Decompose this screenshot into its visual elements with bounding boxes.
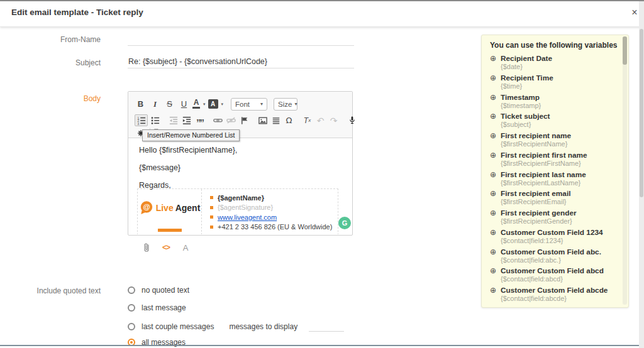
insert-variable-icon[interactable]: ⊕ — [490, 131, 501, 150]
anchor-flag-icon[interactable] — [238, 115, 250, 126]
italic-button[interactable]: I — [149, 99, 161, 109]
background-color-caret-icon[interactable]: ▾ — [221, 102, 224, 107]
bullet-square-icon — [210, 226, 213, 229]
signature-logo-cell: @ LiveAgent — [138, 189, 202, 234]
insert-variable-icon[interactable]: ⊕ — [490, 54, 501, 73]
indent-icon[interactable] — [180, 115, 192, 126]
variable-item-ticket-subject[interactable]: ⊕ Ticket subject{$subject} — [490, 112, 617, 131]
insert-variable-icon[interactable]: ⊕ — [490, 112, 501, 131]
insert-variable-icon[interactable]: ⊕ — [490, 189, 501, 208]
radio-icon[interactable] — [128, 323, 135, 330]
logo-text-live: Live — [156, 203, 174, 213]
signature-line: +421 2 33 456 826 (EU & Worldwide) — [210, 222, 338, 232]
font-dropdown[interactable]: Font ▾ — [231, 98, 267, 111]
liveagent-bubble-icon: @ — [139, 200, 154, 215]
variable-item-first-recipient-email[interactable]: ⊕ First recipient email{$firstRecipientE… — [490, 189, 617, 208]
variable-item-timestamp[interactable]: ⊕ Timestamp{$timestamp} — [490, 93, 617, 112]
signature-line: {$agentSignature} — [210, 203, 338, 213]
from-name-input[interactable] — [128, 33, 354, 46]
body-line-message: {$message} — [139, 163, 180, 172]
page-scrollbar-thumb[interactable] — [640, 29, 643, 197]
variable-item-recipient-date[interactable]: ⊕ Recipient Date{$date} — [490, 54, 617, 73]
variables-scrollbar-thumb[interactable] — [623, 36, 627, 65]
svg-text:3: 3 — [137, 122, 139, 124]
insert-variable-icon[interactable]: ⊕ — [490, 93, 501, 112]
text-format-icon[interactable]: A — [180, 242, 191, 253]
insert-variable-icon[interactable]: ⊕ — [490, 266, 501, 285]
size-dropdown[interactable]: Size ▾ — [274, 98, 297, 111]
variables-scrollbar[interactable] — [623, 36, 627, 305]
variable-item-first-recipient-first-name[interactable]: ⊕ First recipient first name{$firstRecip… — [490, 151, 617, 170]
strikethrough-button[interactable]: S — [164, 99, 175, 109]
radio-option-last-couple-messages[interactable]: last couple messages messages to display — [128, 321, 344, 332]
radio-icon[interactable] — [128, 286, 135, 294]
undo-icon[interactable]: ↶ — [314, 115, 326, 126]
insert-variable-icon[interactable]: ⊕ — [490, 286, 501, 305]
variable-item-first-recipient-name[interactable]: ⊕ First recipient name{$firstRecipientNa… — [490, 131, 617, 150]
image-icon[interactable] — [257, 115, 269, 126]
text-color-bar — [192, 107, 200, 109]
text-color-button[interactable]: A — [192, 99, 200, 109]
insert-variable-icon[interactable]: ⊕ — [490, 228, 501, 247]
grammarly-icon[interactable]: G — [338, 217, 351, 229]
variable-item-custom-field-abcd[interactable]: ⊕ Customer Custom Field abcd{$contact|fi… — [490, 266, 617, 285]
underline-button[interactable]: U — [178, 99, 190, 109]
insert-variable-icon[interactable]: ⊕ — [490, 170, 501, 189]
editor-content[interactable]: Hello {$firstRecipientName}, {$message} … — [128, 138, 352, 234]
svg-text:@: @ — [143, 203, 150, 210]
editor-footer-actions: <> A — [141, 242, 191, 253]
logo-text-agent: Agent — [175, 203, 201, 213]
signature-details-cell: {$agentName} {$agentSignature} www.livea… — [202, 189, 338, 234]
variables-panel: You can use the following variables ⊕ Re… — [481, 35, 629, 308]
remove-format-icon[interactable]: Tx — [301, 115, 313, 126]
background-color-button[interactable]: A — [208, 99, 218, 109]
signature-table: @ LiveAgent {$agentName} {$agentSignatur… — [137, 188, 338, 234]
include-quoted-text-label: Include quoted text — [0, 286, 101, 295]
variable-item-first-recipient-last-name[interactable]: ⊕ First recipient last name{$firstRecipi… — [490, 170, 617, 189]
variable-item-recipient-time[interactable]: ⊕ Recipient Time{$time} — [490, 73, 617, 92]
subject-input[interactable] — [128, 55, 354, 68]
bullet-square-icon — [210, 196, 213, 199]
attachment-icon[interactable] — [141, 242, 152, 253]
insert-variable-icon[interactable]: ⊕ — [490, 73, 501, 92]
blockquote-icon[interactable]: ”” — [194, 113, 206, 128]
toolbar-tooltip: Insert/Remove Numbered List — [142, 129, 240, 141]
from-name-label: From-Name — [0, 35, 101, 44]
insert-variable-icon[interactable]: ⊕ — [490, 209, 501, 227]
code-view-icon[interactable]: <> — [160, 242, 172, 253]
radio-option-no-quoted-text[interactable]: no quoted text — [128, 286, 189, 295]
dialog-title: Edit email template - Ticket reply — [11, 8, 143, 17]
body-label: Body — [0, 94, 101, 103]
messages-to-display-input[interactable] — [309, 321, 344, 332]
unlink-icon[interactable] — [225, 115, 237, 126]
liveagent-logo: @ LiveAgent — [139, 200, 201, 215]
liveagent-link[interactable]: www.liveagent.com — [218, 214, 277, 221]
size-caret-icon: ▾ — [294, 101, 297, 107]
bullet-square-icon — [210, 206, 213, 209]
text-color-caret-icon[interactable]: ▾ — [203, 102, 206, 107]
variable-item-custom-field-abc[interactable]: ⊕ Customer Custom Field abc.{$contact|fi… — [490, 247, 617, 266]
dialog-header: Edit email template - Ticket reply × — [0, 1, 644, 27]
microphone-icon[interactable] — [346, 115, 358, 126]
link-icon[interactable] — [212, 115, 224, 126]
logo-underline-bar — [158, 229, 182, 232]
bold-button[interactable]: B — [135, 99, 147, 109]
body-line-greeting: Hello {$firstRecipientName}, — [139, 146, 237, 155]
horizontal-lines-icon[interactable] — [270, 115, 282, 126]
redo-icon[interactable]: ↷ — [328, 115, 340, 126]
font-caret-icon: ▾ — [260, 101, 263, 107]
subject-label: Subject — [0, 58, 101, 67]
radio-icon[interactable] — [128, 304, 135, 312]
variable-item-first-recipient-gender[interactable]: ⊕ First recipient gender{$firstRecipient… — [490, 209, 617, 227]
insert-variable-icon[interactable]: ⊕ — [490, 247, 501, 266]
signature-line: +1 888 257 8754 (USA & Canada) — [210, 232, 338, 234]
numbered-list-icon[interactable]: 123 — [135, 114, 148, 126]
variable-item-custom-field-1234[interactable]: ⊕ Customer Custom Field 1234{$contact|fi… — [490, 228, 617, 247]
outdent-icon[interactable] — [167, 115, 179, 126]
special-char-icon[interactable]: Ω — [283, 115, 295, 126]
bulleted-list-icon[interactable] — [149, 115, 161, 126]
insert-variable-icon[interactable]: ⊕ — [490, 151, 501, 170]
variable-item-custom-field-abcde[interactable]: ⊕ Customer Custom Field abcde{$contact|f… — [490, 286, 617, 305]
body-editor[interactable]: B I S U A ▾ A ▾ Font ▾ Size ▾ 123 — [128, 91, 353, 236]
radio-option-last-message[interactable]: last message — [128, 303, 186, 312]
